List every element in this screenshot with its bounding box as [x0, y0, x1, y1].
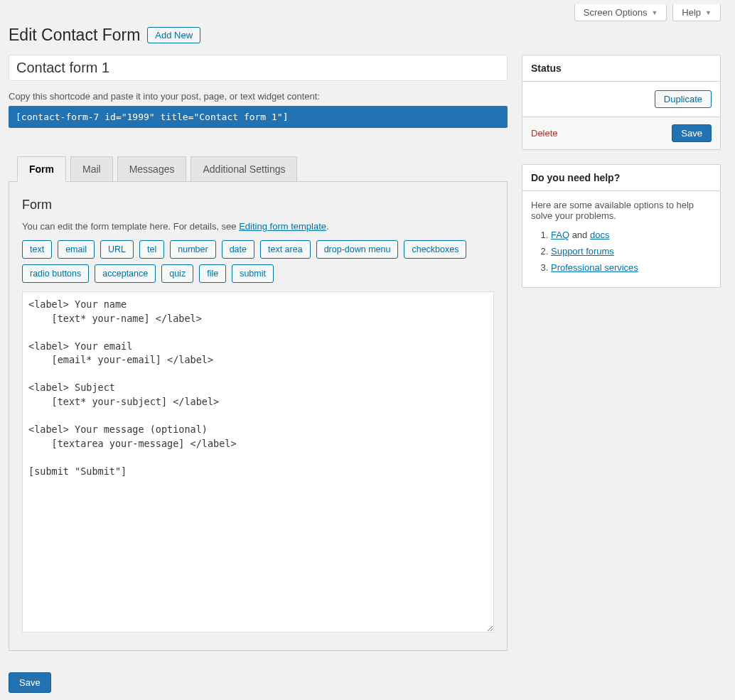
professional-services-link[interactable]: Professional services — [551, 262, 638, 273]
save-button-side[interactable]: Save — [672, 124, 712, 142]
help-box: Do you need help? Here are some availabl… — [522, 164, 721, 288]
tag-file-button[interactable]: file — [199, 264, 226, 283]
tab-panel-form: Form You can edit the form template here… — [9, 181, 508, 651]
docs-link[interactable]: docs — [590, 230, 609, 240]
tag-generator-buttons: text email URL tel number date text area… — [22, 240, 494, 283]
add-new-button[interactable]: Add New — [147, 27, 200, 43]
help-box-title: Do you need help? — [522, 165, 720, 191]
tag-quiz-button[interactable]: quiz — [161, 264, 193, 283]
chevron-down-icon: ▼ — [651, 9, 658, 16]
tag-text-button[interactable]: text — [22, 240, 52, 259]
help-list: FAQ and docs Support forums Professional… — [531, 230, 712, 273]
tab-additional-settings[interactable]: Additional Settings — [191, 156, 297, 182]
and-text: and — [569, 230, 590, 240]
save-button-bottom[interactable]: Save — [9, 672, 51, 693]
panel-title: Form — [22, 198, 494, 212]
tag-url-button[interactable]: URL — [100, 240, 134, 259]
help-item-services: Professional services — [551, 262, 712, 273]
tag-date-button[interactable]: date — [222, 240, 254, 259]
help-intro: Here are some available options to help … — [531, 200, 712, 221]
tab-messages[interactable]: Messages — [117, 156, 187, 182]
tab-list: Form Mail Messages Additional Settings — [17, 156, 508, 182]
page-title: Edit Contact Form — [9, 26, 140, 45]
help-item-forums: Support forums — [551, 246, 712, 257]
tag-number-button[interactable]: number — [170, 240, 215, 259]
tag-submit-button[interactable]: submit — [232, 264, 274, 283]
tag-acceptance-button[interactable]: acceptance — [95, 264, 156, 283]
tab-mail[interactable]: Mail — [70, 156, 113, 182]
tag-textarea-button[interactable]: text area — [260, 240, 311, 259]
panel-desc-prefix: You can edit the form template here. For… — [22, 221, 239, 232]
tag-tel-button[interactable]: tel — [139, 240, 164, 259]
status-title: Status — [522, 55, 720, 82]
tag-email-button[interactable]: email — [58, 240, 95, 259]
tag-checkboxes-button[interactable]: checkboxes — [404, 240, 466, 259]
chevron-down-icon: ▼ — [705, 9, 712, 16]
screen-options-button[interactable]: Screen Options ▼ — [574, 4, 667, 21]
delete-link[interactable]: Delete — [531, 128, 558, 139]
tag-radio-button[interactable]: radio buttons — [22, 264, 89, 283]
help-label: Help — [682, 7, 701, 18]
screen-options-label: Screen Options — [584, 7, 648, 18]
help-button[interactable]: Help ▼ — [672, 4, 721, 21]
panel-description: You can edit the form template here. For… — [22, 221, 494, 232]
support-forums-link[interactable]: Support forums — [551, 246, 614, 257]
shortcode-box[interactable]: [contact-form-7 id="1999" title="Contact… — [9, 106, 508, 128]
editing-template-link[interactable]: Editing form template — [239, 221, 326, 232]
help-item-faq-docs: FAQ and docs — [551, 230, 712, 240]
duplicate-button[interactable]: Duplicate — [655, 90, 712, 108]
panel-desc-suffix: . — [326, 221, 329, 232]
faq-link[interactable]: FAQ — [551, 230, 569, 240]
form-template-textarea[interactable] — [22, 291, 494, 632]
status-box: Status Duplicate Delete Save — [522, 55, 721, 150]
form-title-input[interactable] — [9, 55, 508, 81]
shortcode-instruction: Copy this shortcode and paste it into yo… — [9, 91, 508, 102]
tag-dropdown-button[interactable]: drop-down menu — [316, 240, 399, 259]
tab-form[interactable]: Form — [17, 156, 66, 182]
